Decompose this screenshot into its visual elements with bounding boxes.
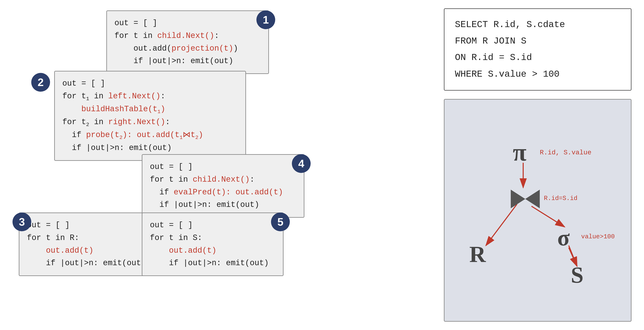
- code-line: buildHashTable(t1): [62, 103, 238, 116]
- left-panel: out = [ ] for t in child.Next(): out.add…: [12, 8, 427, 322]
- badge-5: 5: [271, 213, 290, 231]
- code-line: for t in S:: [150, 232, 276, 244]
- pi-label: R.id, S.value: [540, 149, 592, 156]
- svg-line-2: [486, 204, 517, 246]
- r-label: R: [469, 242, 486, 267]
- code-box-4: out = [ ] for t in child.Next(): if eval…: [142, 154, 304, 218]
- badge-2: 2: [31, 73, 50, 92]
- code-line: out.add(projection(t)): [114, 42, 261, 55]
- code-line: out = [ ]: [150, 219, 276, 232]
- sql-box: SELECT R.id, S.cdate FROM R JOIN S ON R.…: [444, 8, 632, 91]
- svg-line-3: [532, 206, 564, 227]
- badge-1: 1: [256, 10, 275, 29]
- code-box-5: out = [ ] for t in S: out.add(t) if |out…: [142, 213, 284, 276]
- code-line: for t in child.Next():: [114, 29, 261, 42]
- code-line: if |out|>n: emit(out): [27, 257, 152, 270]
- s-label: S: [571, 263, 584, 288]
- code-line: out.add(t): [150, 244, 276, 257]
- code-line: for t in R:: [27, 232, 152, 244]
- sigma-symbol: σ: [557, 225, 570, 250]
- code-line: if |out|>n: emit(out): [150, 199, 296, 211]
- code-line: if |out|>n: emit(out): [150, 257, 276, 270]
- code-line: for t in child.Next():: [150, 173, 296, 186]
- code-line: out = [ ]: [150, 161, 296, 173]
- right-panel: SELECT R.id, S.cdate FROM R JOIN S ON R.…: [444, 8, 632, 322]
- badge-4: 4: [292, 154, 311, 173]
- pi-symbol: π: [513, 139, 526, 166]
- code-line: if evalPred(t): out.add(t): [150, 186, 296, 199]
- svg-marker-5: [511, 190, 525, 208]
- code-line: if |out|>n: emit(out): [114, 55, 261, 67]
- sql-line-2: FROM R JOIN S: [455, 33, 620, 49]
- code-line: out.add(t): [27, 244, 152, 257]
- code-box-2: out = [ ] for t1 in left.Next(): buildHa…: [54, 71, 246, 161]
- code-line: out = [ ]: [27, 219, 152, 232]
- code-line: for t2 in right.Next():: [62, 116, 238, 129]
- sigma-label: value>100: [581, 233, 615, 240]
- code-line: for t1 in left.Next():: [62, 90, 238, 103]
- svg-marker-6: [525, 190, 540, 208]
- sql-line-3: ON R.id = S.id: [455, 49, 620, 66]
- code-box-1: out = [ ] for t in child.Next(): out.add…: [106, 10, 269, 74]
- sql-line-1: SELECT R.id, S.cdate: [455, 16, 620, 33]
- code-line: out = [ ]: [114, 17, 261, 29]
- badge-3: 3: [12, 213, 31, 231]
- code-line: if |out|>n: emit(out): [62, 142, 238, 154]
- join-label: R.id=S.id: [544, 195, 578, 202]
- main-container: out = [ ] for t in child.Next(): out.add…: [0, 0, 644, 330]
- code-line: if probe(t2): out.add(t1⋈t2): [62, 129, 238, 142]
- sql-line-4: WHERE S.value > 100: [455, 66, 620, 82]
- tree-diagram: π R.id, S.value R.id=S.id R σ value>100 …: [444, 99, 632, 322]
- code-line: out = [ ]: [62, 77, 238, 90]
- code-box-3: out = [ ] for t in R: out.add(t) if |out…: [19, 213, 160, 276]
